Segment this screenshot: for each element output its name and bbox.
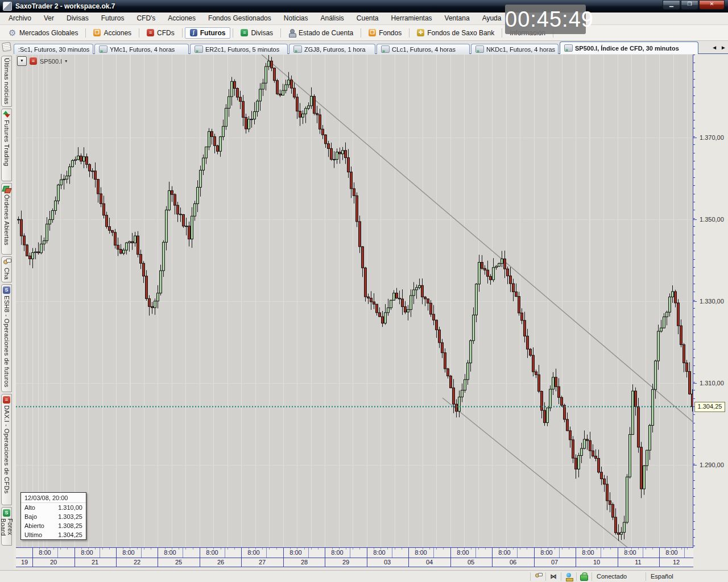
tab-clc1[interactable]: CLc1, Futuros, 4 horas [377, 44, 470, 54]
tab-nkdc1[interactable]: NKDc1, Futuros, 4 horas [471, 44, 559, 54]
candlestick-chart-canvas[interactable] [16, 55, 693, 547]
news-notes-icon[interactable] [2, 42, 11, 52]
toolbar-item-fondos-de-saxo-bank[interactable]: ✣Fondos de Saxo Bank [412, 27, 499, 39]
time-axis-minor-tick [109, 548, 110, 550]
time-axis-minor-tick [562, 548, 562, 550]
tab-zgj8[interactable]: ZGJ8, Futuros, 1 hora [289, 44, 375, 54]
price-axis-minor-tick [693, 267, 695, 268]
menu-item-futuros[interactable]: Futuros [95, 13, 131, 24]
time-axis-hour-label: 8:00 [160, 549, 180, 556]
close-button[interactable]: ✕ [699, 0, 725, 10]
menu-item-archivo[interactable]: Archivo [2, 13, 38, 24]
time-axis-minor-tick [631, 548, 632, 550]
time-axis-hour-separator [559, 548, 560, 558]
toolbar-item-estado-de-cuenta[interactable]: Estado de Cuenta [283, 27, 358, 39]
price-axis-minor-tick [693, 161, 695, 161]
time-axis-date-label: 26 [209, 559, 232, 566]
time-axis-minor-tick [429, 548, 430, 550]
info-box-row-label: Alto [24, 504, 35, 511]
menu-item-an-lisis[interactable]: Análisis [314, 13, 350, 24]
time-axis[interactable]: 19208:00218:00228:00258:00268:00278:0028… [16, 547, 693, 567]
user-chat-icon[interactable] [534, 573, 542, 580]
price-axis-major-tick [693, 138, 697, 138]
instrument-label[interactable]: SP500.I [40, 58, 62, 65]
instrument-caret-icon[interactable]: ▾ [65, 59, 67, 64]
lock-icon[interactable] [580, 575, 588, 581]
chart-menu-dropdown-icon[interactable]: ▼ [17, 56, 27, 66]
price-axis-label: 1.350,00 [700, 216, 724, 223]
time-axis-minor-tick [395, 548, 395, 550]
tab-scroll-left-icon[interactable]: ◄ [712, 44, 717, 51]
toolbar-item-divisas[interactable]: ≡Divisas [235, 27, 278, 39]
sidebar-tab--rdenes-abiertas[interactable]: Órdenes Abiertas [1, 183, 12, 255]
menu-item-ver[interactable]: Ver [38, 13, 60, 24]
menu-item-cuenta[interactable]: Cuenta [350, 13, 385, 24]
tab-label: SP500.I, Índice de CFD, 30 minutos [575, 45, 679, 52]
menu-item-herramientas[interactable]: Herramientas [385, 13, 439, 24]
time-axis-minor-tick [597, 548, 597, 550]
toolbar-item-cfds[interactable]: ≡CFDs [142, 27, 180, 39]
tab-scroll-right-icon[interactable]: ► [721, 44, 726, 51]
price-axis-minor-tick [693, 226, 695, 227]
toolbar-item-fondos[interactable]: ❐Fondos [363, 27, 407, 39]
time-axis-hour-separator [141, 548, 142, 558]
toolbar-item-futuros[interactable]: ∫Futuros [185, 27, 231, 39]
tab-ymc1[interactable]: YMc1, Futuros, 4 horas [94, 44, 189, 54]
price-axis-minor-tick [693, 529, 695, 530]
price-axis-minor-tick [693, 447, 695, 448]
tab-sp500i[interactable]: SP500.I, Índice de CFD, 30 minutos [560, 41, 698, 54]
info-box-row-label: Bajo [24, 513, 37, 520]
info-box-row-label: Ultimo [24, 531, 42, 538]
time-axis-hour-separator [57, 548, 58, 558]
time-axis-minor-tick [47, 548, 47, 550]
menu-item-divisas[interactable]: Divisas [60, 13, 95, 24]
sidebar-tab-forex-board[interactable]: SForex Board [1, 507, 12, 546]
sidebar-tab-cha[interactable]: Cha [1, 256, 12, 282]
tab-sc1[interactable]: :Sc1, Futuros, 30 minutos [14, 44, 93, 54]
time-axis-minor-tick [569, 548, 569, 550]
time-axis-hour-separator [433, 548, 434, 558]
time-axis-date-label: 07 [543, 559, 566, 566]
menu-item-ayuda[interactable]: Ayuda [476, 13, 508, 24]
sidebar-tab--ltimas-noticias[interactable]: Últimas noticias [1, 56, 12, 107]
toolbar-separator [361, 28, 361, 38]
title-bar[interactable]: SaxoTrader 2 - workspace.ok.7 ▁❐✕ [0, 0, 728, 13]
app-icon[interactable] [3, 2, 12, 11]
link-icon[interactable]: ⋈ [551, 573, 557, 580]
price-axis-minor-tick [693, 521, 695, 522]
menu-item-fondos-gestionados[interactable]: Fondos Gestionados [202, 13, 278, 24]
price-axis-minor-tick [693, 112, 695, 113]
toolbar-item-acciones[interactable]: ❐Acciones [88, 27, 136, 39]
time-axis-hour-label: 8:00 [369, 549, 390, 556]
sidebar-tab-label: Últimas noticias [3, 58, 10, 105]
sidebar-tab-dax-i-operaciones-de-cfds[interactable]: ≡DAX.I - Operaciones de CFDs [1, 394, 12, 505]
sidebar-tab-esh8-operaciones-de-futuros[interactable]: SESH8 - Operaciones de futuros [1, 284, 12, 392]
time-axis-hour-label: 8:00 [536, 549, 557, 556]
maximize-button[interactable]: ❐ [681, 0, 698, 10]
time-axis-date-label: 20 [42, 559, 65, 566]
tab-er2c1[interactable]: ER2c1, Futuros, 5 minutos [190, 44, 288, 54]
price-axis[interactable]: 1.304,25 1.370,001.350,001.330,001.310,0… [693, 55, 728, 567]
time-axis-minor-tick [423, 548, 423, 550]
price-axis-label: 1.370,00 [700, 134, 724, 141]
network-icon[interactable] [565, 573, 573, 580]
toolbar-item-mercados-globales[interactable]: ⚙Mercados Globales [3, 27, 83, 39]
minimize-button[interactable]: ▁ [663, 0, 680, 10]
menu-item-ventana[interactable]: Ventana [439, 13, 476, 24]
price-axis-minor-tick [693, 431, 695, 431]
time-axis-minor-tick [464, 548, 465, 550]
menu-item-cfd-s[interactable]: CFD's [130, 13, 162, 24]
price-axis-minor-tick [693, 120, 695, 120]
time-axis-minor-tick [652, 548, 653, 550]
time-axis-minor-tick [671, 548, 671, 550]
price-axis-major-tick [693, 301, 697, 302]
price-axis-minor-tick [693, 496, 695, 497]
menu-item-noticias[interactable]: Noticias [278, 13, 315, 24]
menu-item-acciones[interactable]: Acciones [162, 13, 202, 24]
time-axis-date-label: 22 [126, 559, 148, 566]
time-axis-minor-tick [165, 548, 166, 550]
price-axis-minor-tick [693, 95, 695, 96]
price-axis-minor-tick [693, 169, 695, 169]
sidebar-tab-futures-trading[interactable]: Futures Trading [1, 109, 12, 181]
time-axis-minor-tick [590, 548, 590, 550]
